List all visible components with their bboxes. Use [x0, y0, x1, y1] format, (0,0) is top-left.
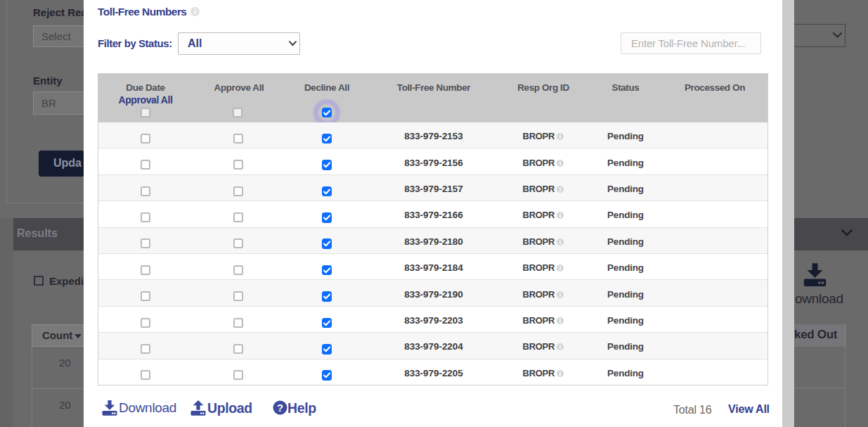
svg-text:?: ?: [277, 402, 283, 414]
